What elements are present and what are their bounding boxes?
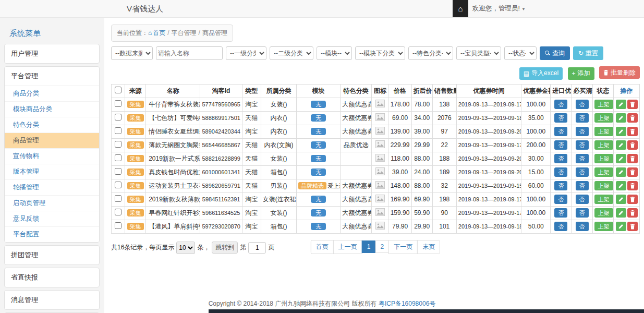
sidebar-item[interactable]: 平台配置 <box>5 226 99 242</box>
filter-select[interactable]: --特色分类-- <box>408 46 453 60</box>
sidebar-item[interactable]: 轮播管理 <box>5 179 99 195</box>
edit-button[interactable] <box>616 154 626 163</box>
page-button[interactable]: 上一页 <box>333 240 362 254</box>
status-badge[interactable]: 上架 <box>594 154 613 163</box>
import-excel-button[interactable]: ▤导入excel <box>519 67 563 80</box>
import-select-toggle[interactable]: 否 <box>554 140 567 150</box>
per-page-select[interactable]: 10 <box>176 242 195 254</box>
status-badge[interactable]: 上架 <box>594 100 613 109</box>
must-buy-toggle[interactable]: 否 <box>576 140 589 150</box>
edit-button[interactable] <box>616 167 626 177</box>
status-badge[interactable]: 上架 <box>594 195 613 204</box>
edit-button[interactable] <box>616 222 626 231</box>
search-button[interactable]: 查询 <box>540 46 570 60</box>
status-badge[interactable]: 上架 <box>594 167 613 177</box>
row-checkbox[interactable] <box>115 195 121 202</box>
home-button[interactable]: ⌂ <box>453 0 468 17</box>
filter-select[interactable]: --二级分类-- <box>270 46 313 60</box>
import-select-toggle[interactable]: 否 <box>554 100 567 109</box>
status-badge[interactable]: 上架 <box>594 140 613 150</box>
sidebar-group-label[interactable]: 省直快报 <box>5 268 99 287</box>
row-checkbox[interactable] <box>115 209 121 215</box>
reset-button[interactable]: ↻重置 <box>573 46 603 60</box>
must-buy-toggle[interactable]: 否 <box>576 181 589 190</box>
filter-select[interactable]: --宝贝类型-- <box>456 46 501 60</box>
edit-button[interactable] <box>616 181 626 190</box>
delete-button[interactable] <box>627 195 638 204</box>
breadcrumb-home-link[interactable]: 首页 <box>153 29 165 37</box>
import-select-toggle[interactable]: 否 <box>554 167 567 177</box>
filter-select[interactable]: --一级分类-- <box>226 46 266 60</box>
import-select-toggle[interactable]: 否 <box>554 113 567 123</box>
page-button[interactable]: 下一页 <box>388 240 418 254</box>
edit-button[interactable] <box>616 208 626 218</box>
import-select-toggle[interactable]: 否 <box>554 195 567 204</box>
delete-button[interactable] <box>627 208 638 218</box>
select-all-checkbox[interactable] <box>115 87 121 93</box>
name-search-input[interactable] <box>156 46 223 60</box>
user-menu[interactable]: 欢迎您，管理员!▼ <box>472 0 526 17</box>
sidebar-item[interactable]: 意见反馈 <box>5 211 99 226</box>
edit-button[interactable] <box>616 113 626 123</box>
import-select-toggle[interactable]: 否 <box>554 222 567 231</box>
must-buy-toggle[interactable]: 否 <box>576 113 589 123</box>
edit-button[interactable] <box>616 140 626 150</box>
batch-delete-button[interactable]: 批量删除 <box>599 66 640 79</box>
add-button[interactable]: +添加 <box>568 67 594 80</box>
icp-link[interactable]: 粤ICP备16098006号 <box>379 300 435 307</box>
page-button[interactable]: 首页 <box>311 240 334 254</box>
sidebar-group-label[interactable]: 拼团管理 <box>5 246 99 264</box>
row-checkbox[interactable] <box>115 168 121 175</box>
sidebar-item[interactable]: 特色分类 <box>5 117 99 133</box>
import-select-toggle[interactable]: 否 <box>554 181 567 190</box>
delete-button[interactable] <box>627 222 638 231</box>
import-select-toggle[interactable]: 否 <box>554 208 567 218</box>
status-badge[interactable]: 上架 <box>594 127 613 136</box>
must-buy-toggle[interactable]: 否 <box>576 100 589 109</box>
page-button[interactable]: 末页 <box>417 240 440 254</box>
status-badge[interactable]: 上架 <box>594 113 613 123</box>
page-button[interactable]: 2 <box>375 240 390 253</box>
edit-button[interactable] <box>616 100 626 109</box>
sidebar-group-label[interactable]: 用户管理 <box>5 44 99 63</box>
sidebar-item[interactable]: 版本管理 <box>5 164 99 179</box>
must-buy-toggle[interactable]: 否 <box>576 154 589 163</box>
delete-button[interactable] <box>627 127 638 136</box>
must-buy-toggle[interactable]: 否 <box>576 127 589 136</box>
jump-button[interactable]: 跳转到 <box>212 242 238 254</box>
must-buy-toggle[interactable]: 否 <box>576 222 589 231</box>
sidebar-item[interactable]: 启动页管理 <box>5 195 99 211</box>
sidebar-item[interactable]: 模块商品分类 <box>5 101 99 117</box>
must-buy-toggle[interactable]: 否 <box>576 195 589 204</box>
delete-button[interactable] <box>627 167 638 177</box>
status-badge[interactable]: 上架 <box>594 181 613 190</box>
sidebar-item[interactable]: 商品管理 <box>5 133 99 148</box>
delete-button[interactable] <box>627 113 638 123</box>
row-checkbox[interactable] <box>115 100 121 107</box>
import-select-toggle[interactable]: 否 <box>554 127 567 136</box>
jump-page-input[interactable] <box>248 242 266 254</box>
edit-button[interactable] <box>616 195 626 204</box>
delete-button[interactable] <box>627 140 638 150</box>
edit-button[interactable] <box>616 127 626 136</box>
row-checkbox[interactable] <box>115 141 121 148</box>
must-buy-toggle[interactable]: 否 <box>576 208 589 218</box>
row-checkbox[interactable] <box>115 222 121 229</box>
status-badge[interactable]: 上架 <box>594 208 613 218</box>
page-button[interactable]: 1 <box>362 240 376 253</box>
filter-select[interactable]: --状态-- <box>504 46 537 60</box>
row-checkbox[interactable] <box>115 114 121 121</box>
row-checkbox[interactable] <box>115 127 121 134</box>
sidebar-group-label[interactable]: 平台管理 <box>5 67 99 86</box>
row-checkbox[interactable] <box>115 182 121 188</box>
import-select-toggle[interactable]: 否 <box>554 154 567 163</box>
delete-button[interactable] <box>627 181 638 190</box>
sidebar-item[interactable]: 商品分类 <box>5 86 99 101</box>
filter-select[interactable]: --数据来源-- <box>111 46 153 60</box>
sidebar-item[interactable]: 宣传物料 <box>5 148 99 164</box>
delete-button[interactable] <box>627 100 638 109</box>
filter-select[interactable]: --模块-- <box>317 46 352 60</box>
status-badge[interactable]: 上架 <box>594 222 613 231</box>
filter-select[interactable]: --模块下分类-- <box>355 46 405 60</box>
delete-button[interactable] <box>627 154 638 163</box>
